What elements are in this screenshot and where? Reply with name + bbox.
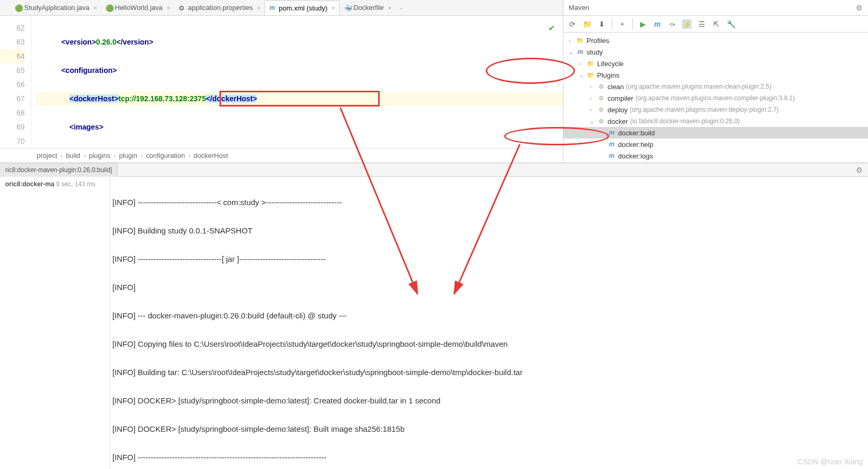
- tree-profiles[interactable]: ›📁Profiles: [563, 35, 868, 46]
- plugin-icon: ⚙: [597, 82, 605, 91]
- maven-goal-icon: m: [608, 140, 616, 148]
- run-icon[interactable]: ▶: [638, 19, 647, 29]
- tab-studyapplication[interactable]: 🟢StudyApplication.java×: [11, 1, 101, 15]
- tree-goal-docker-help[interactable]: mdocker:help: [563, 138, 868, 150]
- tree-plugin-clean[interactable]: ›⚙clean(org.apache.maven.plugins:maven-c…: [563, 81, 868, 92]
- close-icon[interactable]: ×: [257, 5, 260, 11]
- tab-dockerfile[interactable]: 🐳Dockerfile×: [340, 1, 395, 15]
- download-icon[interactable]: ⬇: [597, 19, 606, 29]
- show-options-icon[interactable]: ☰: [697, 19, 706, 29]
- tree-plugin-deploy[interactable]: ›⚙deploy(org.apache.maven.plugins:maven-…: [563, 104, 868, 115]
- maven-goal-icon: m: [608, 129, 616, 137]
- line-gutter: 626364656667686970: [0, 16, 32, 148]
- docker-icon: 🐳: [344, 4, 351, 12]
- maven-icon: m: [576, 48, 584, 56]
- run-tool-window: ric8:docker-maven-plugin:0.26.0:build] ⚙…: [0, 163, 868, 469]
- run-config-tab[interactable]: ric8:docker-maven-plugin:0.26.0:build]: [0, 163, 118, 177]
- maven-tree[interactable]: ›📁Profiles ⌄mstudy ›📁Lifecycle ⌄📁Plugins…: [563, 33, 868, 163]
- tree-lifecycle[interactable]: ›📁Lifecycle: [563, 58, 868, 69]
- console-output[interactable]: [INFO] ------------------------------< c…: [110, 177, 868, 469]
- wrench-icon[interactable]: 🔧: [726, 19, 736, 29]
- run-side-panel: oric8:docker-ma 9 sec, 143 ms: [0, 177, 110, 469]
- toggle-offline-icon[interactable]: ⚡: [682, 19, 692, 29]
- plugin-icon: ⚙: [597, 105, 605, 114]
- maven-title: Maven: [569, 4, 589, 12]
- add-icon[interactable]: ＋: [618, 19, 627, 29]
- close-icon[interactable]: ×: [167, 5, 170, 11]
- plugin-icon: ⚙: [597, 94, 605, 102]
- tree-goal-docker-build[interactable]: mdocker:build: [563, 127, 868, 138]
- tab-pom-xml[interactable]: mpom.xml (study)×: [265, 1, 340, 15]
- plugin-icon: ⚙: [597, 117, 605, 125]
- close-icon[interactable]: ×: [93, 5, 97, 11]
- chevron-down-icon[interactable]: ⌄: [399, 4, 403, 11]
- java-class-icon: 🟢: [15, 4, 22, 12]
- tree-plugin-compiler[interactable]: ›⚙compiler(org.apache.maven.plugins:mave…: [563, 92, 868, 104]
- check-icon: ✔: [548, 21, 555, 35]
- maven-toolbar: ⟳ 📁 ⬇ ＋ ▶ m ⤼ ⚡ ☰ ⇱ 🔧: [563, 16, 868, 33]
- gear-icon[interactable]: ⚙: [856, 4, 863, 12]
- tree-plugins[interactable]: ⌄📁Plugins: [563, 69, 868, 81]
- maven-panel: Maven ⚙ ⟳ 📁 ⬇ ＋ ▶ m ⤼ ⚡ ☰ ⇱ 🔧 ›📁Profiles…: [563, 0, 868, 163]
- editor-tabs: 🟢StudyApplication.java× 🟢HelloWorld.java…: [0, 0, 563, 16]
- maven-goal-icon: m: [608, 152, 616, 160]
- tree-goal-docker-logs[interactable]: mdocker:logs: [563, 150, 868, 162]
- tree-plugin-docker[interactable]: ⌄⚙docker(io.fabric8:docker-maven-plugin:…: [563, 115, 868, 127]
- collapse-icon[interactable]: ⇱: [712, 19, 721, 29]
- tree-study[interactable]: ⌄mstudy: [563, 46, 868, 58]
- maven-icon: m: [269, 4, 277, 12]
- watermark: CSDN @Ivan Xiang: [798, 457, 863, 466]
- close-icon[interactable]: ×: [388, 5, 391, 11]
- tab-helloworld[interactable]: 🟢HelloWorld.java×: [101, 1, 174, 15]
- close-icon[interactable]: ×: [331, 5, 334, 11]
- java-class-icon: 🟢: [106, 4, 113, 12]
- reload-icon[interactable]: ⟳: [568, 19, 577, 29]
- code-content[interactable]: <version>0.26.0</version> <configuration…: [32, 16, 563, 148]
- folder-icon: 📁: [587, 71, 595, 79]
- gear-icon[interactable]: ⚙: [856, 166, 863, 174]
- folder-icon: 📁: [576, 36, 584, 45]
- props-icon: ⚙: [179, 4, 186, 12]
- breadcrumb[interactable]: project› build› plugins› plugin› configu…: [0, 148, 563, 163]
- skip-icon[interactable]: ⤼: [667, 19, 677, 29]
- folder-icon[interactable]: 📁: [582, 19, 592, 29]
- editor-pane: 🟢StudyApplication.java× 🟢HelloWorld.java…: [0, 0, 563, 163]
- tab-application-properties[interactable]: ⚙application.properties×: [174, 1, 265, 15]
- folder-icon: 📁: [587, 59, 595, 68]
- maven-m-icon[interactable]: m: [653, 19, 662, 29]
